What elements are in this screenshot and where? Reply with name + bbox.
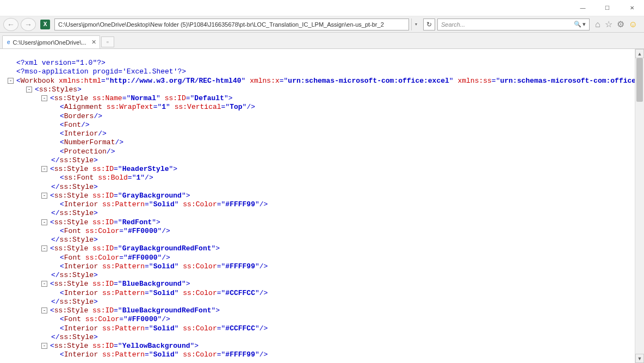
collapse-toggle[interactable]: - [41, 193, 47, 199]
nav-toolbar: ← → X C:\Users\jpmor\OneDrive\Desktop\Ne… [0, 16, 644, 33]
collapse-toggle[interactable]: - [41, 245, 47, 251]
new-tab-button[interactable]: ▫ [101, 36, 114, 47]
ie-icon: e [7, 39, 10, 46]
address-dropdown[interactable]: ▾ [411, 19, 421, 30]
address-text: C:\Users\jpmor\OneDrive\Desktop\New fold… [58, 21, 384, 28]
tab-close-button[interactable]: ✕ [91, 39, 96, 46]
collapse-toggle[interactable]: - [26, 87, 32, 93]
back-button[interactable]: ← [3, 18, 18, 31]
scroll-down-arrow[interactable]: ▼ [635, 354, 644, 363]
browser-tab[interactable]: e C:\Users\jpmor\OneDrive\... ✕ [2, 35, 100, 48]
search-box[interactable]: Search... 🔍 ▾ [437, 19, 590, 30]
refresh-button[interactable]: ↻ [423, 19, 435, 30]
tab-bar: e C:\Users\jpmor\OneDrive\... ✕ ▫ [0, 33, 644, 49]
maximize-button[interactable]: ☐ [595, 0, 620, 16]
collapse-toggle[interactable]: - [41, 281, 47, 287]
search-placeholder: Search... [441, 21, 574, 28]
collapse-toggle[interactable]: - [41, 219, 47, 225]
toolbar-right-icons: ⌂ ☆ ⚙ ☺ [592, 19, 641, 29]
search-icon[interactable]: 🔍 [574, 21, 581, 28]
scroll-up-arrow[interactable]: ▲ [635, 49, 644, 58]
close-button[interactable]: ✕ [620, 0, 644, 16]
collapse-toggle[interactable]: - [41, 166, 47, 172]
collapse-toggle[interactable]: - [8, 78, 14, 84]
tools-icon[interactable]: ⚙ [617, 19, 624, 29]
window-titlebar: — ☐ ✕ [0, 0, 644, 16]
excel-icon: X [40, 20, 50, 29]
scroll-thumb[interactable] [636, 58, 643, 102]
tab-title: C:\Users\jpmor\OneDrive\... [13, 39, 86, 46]
collapse-toggle[interactable]: - [41, 95, 47, 101]
minimize-button[interactable]: — [571, 0, 595, 16]
vertical-scrollbar[interactable]: ▲ ▼ [635, 49, 644, 363]
home-icon[interactable]: ⌂ [595, 20, 600, 29]
favorites-icon[interactable]: ☆ [605, 19, 612, 29]
collapse-toggle[interactable]: - [41, 307, 47, 313]
collapse-toggle[interactable]: - [41, 343, 47, 349]
address-bar[interactable]: C:\Users\jpmor\OneDrive\Desktop\New fold… [54, 19, 409, 30]
feedback-icon[interactable]: ☺ [629, 20, 637, 29]
search-dropdown-icon[interactable]: ▾ [583, 21, 586, 28]
scroll-track[interactable] [635, 58, 644, 354]
xml-viewer: <?xml version="1.0"?><?mso-application p… [0, 49, 635, 363]
forward-button[interactable]: → [21, 18, 36, 31]
